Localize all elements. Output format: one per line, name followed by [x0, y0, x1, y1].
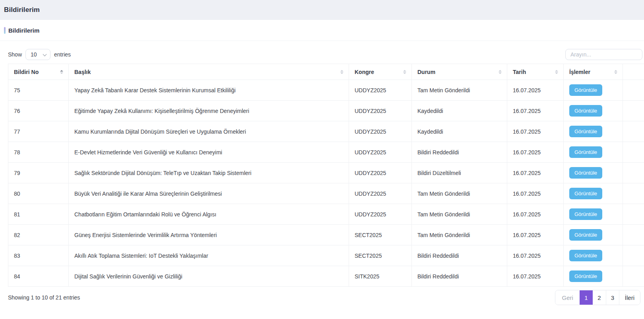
table-header-row: Bildiri No Başlık Kongre Durum Tarih: [8, 64, 644, 80]
table-row: 83 Akıllı Atık Toplama Sistemleri: IoT D…: [8, 245, 644, 266]
cell-tarih: 16.07.2025: [507, 225, 564, 245]
cell-bildiri-no: 77: [8, 121, 69, 142]
table-row: 78 E-Devlet Hizmetlerinde Veri Güvenliği…: [8, 142, 644, 163]
cell-spacer: [623, 245, 644, 266]
cell-islemler: Görüntüle: [564, 245, 623, 266]
cell-baslik: E-Devlet Hizmetlerinde Veri Güvenliği ve…: [69, 142, 349, 163]
cell-kongre: SITK2025: [349, 266, 412, 287]
cell-kongre: UDDYZ2025: [349, 163, 412, 183]
sort-icon: [403, 70, 406, 74]
card-header: Bildirilerim: [0, 20, 644, 41]
page-size-select[interactable]: 10: [25, 49, 50, 60]
cell-kongre: UDDYZ2025: [349, 142, 412, 163]
cell-kongre: UDDYZ2025: [349, 80, 412, 101]
show-label: Show: [8, 51, 22, 58]
cell-islemler: Görüntüle: [564, 225, 623, 245]
page-size-select-wrap: 10: [25, 49, 50, 60]
cell-kongre: SECT2025: [349, 225, 412, 245]
sort-icon: [555, 70, 558, 74]
cell-islemler: Görüntüle: [564, 183, 623, 204]
cell-durum: Kaydedildi: [412, 121, 507, 142]
cell-durum: Tam Metin Gönderildi: [412, 183, 507, 204]
cell-baslik: Kamu Kurumlarında Dijital Dönüşüm Süreçl…: [69, 121, 349, 142]
cell-tarih: 16.07.2025: [507, 245, 564, 266]
cell-durum: Bildiri Reddedildi: [412, 266, 507, 287]
cell-kongre: UDDYZ2025: [349, 121, 412, 142]
table-body: 75 Yapay Zekâ Tabanlı Karar Destek Siste…: [8, 80, 644, 287]
cell-bildiri-no: 80: [8, 183, 69, 204]
pagination-page-1[interactable]: 1: [580, 290, 593, 305]
card-title: Bildirilerim: [8, 27, 39, 34]
table-footer: Showing 1 to 10 of 21 entries Geri 1 2 3…: [0, 287, 644, 305]
table-row: 77 Kamu Kurumlarında Dijital Dönüşüm Sür…: [8, 121, 644, 142]
pagination: Geri 1 2 3 İleri: [555, 290, 640, 305]
column-header-baslik[interactable]: Başlık: [69, 64, 349, 80]
view-button[interactable]: Görüntüle: [569, 146, 602, 158]
cell-durum: Tam Metin Gönderildi: [412, 80, 507, 101]
cell-spacer: [623, 204, 644, 225]
accent-bar-icon: [4, 27, 6, 34]
table-row: 75 Yapay Zekâ Tabanlı Karar Destek Siste…: [8, 80, 644, 101]
table-row: 82 Güneş Enerjisi Sistemlerinde Verimlil…: [8, 225, 644, 245]
cell-spacer: [623, 225, 644, 245]
cell-tarih: 16.07.2025: [507, 101, 564, 121]
cell-bildiri-no: 83: [8, 245, 69, 266]
cell-durum: Bildiri Reddedildi: [412, 245, 507, 266]
table-row: 79 Sağlık Sektöründe Dijital Dönüşüm: Te…: [8, 163, 644, 183]
cell-tarih: 16.07.2025: [507, 80, 564, 101]
cell-baslik: Yapay Zekâ Tabanlı Karar Destek Sistemle…: [69, 80, 349, 101]
view-button[interactable]: Görüntüle: [569, 84, 602, 96]
cell-kongre: UDDYZ2025: [349, 204, 412, 225]
cell-islemler: Görüntüle: [564, 266, 623, 287]
cell-baslik: Güneş Enerjisi Sistemlerinde Verimlilik …: [69, 225, 349, 245]
cell-bildiri-no: 81: [8, 204, 69, 225]
cell-baslik: Chatbotların Eğitim Ortamlarındaki Rolü …: [69, 204, 349, 225]
entries-summary: Showing 1 to 10 of 21 entries: [8, 294, 80, 301]
view-button[interactable]: Görüntüle: [569, 208, 602, 220]
column-header-tarih[interactable]: Tarih: [507, 64, 564, 80]
pagination-prev-button[interactable]: Geri: [555, 290, 579, 305]
cell-baslik: Eğitimde Yapay Zekâ Kullanımı: Kişiselle…: [69, 101, 349, 121]
cell-spacer: [623, 183, 644, 204]
cell-baslik: Sağlık Sektöründe Dijital Dönüşüm: TeleT…: [69, 163, 349, 183]
cell-durum: Tam Metin Gönderildi: [412, 204, 507, 225]
cell-islemler: Görüntüle: [564, 101, 623, 121]
view-button[interactable]: Görüntüle: [569, 126, 602, 137]
view-button[interactable]: Görüntüle: [569, 188, 602, 199]
sort-icon: [340, 70, 343, 74]
pagination-page-2[interactable]: 2: [593, 290, 606, 305]
cell-bildiri-no: 79: [8, 163, 69, 183]
pagination-page-3[interactable]: 3: [606, 290, 619, 305]
column-header-durum[interactable]: Durum: [412, 64, 507, 80]
cell-tarih: 16.07.2025: [507, 121, 564, 142]
search-input[interactable]: [565, 49, 642, 60]
column-header-islemler[interactable]: İşlemler: [564, 64, 623, 80]
content-card: Bildirilerim Show 10 entries Bildiri No: [0, 20, 644, 305]
cell-baslik: Büyük Veri Analitiği ile Karar Alma Süre…: [69, 183, 349, 204]
cell-bildiri-no: 76: [8, 101, 69, 121]
table-row: 84 Dijital Sağlık Verilerinin Güvenliği …: [8, 266, 644, 287]
cell-kongre: UDDYZ2025: [349, 183, 412, 204]
table-row: 81 Chatbotların Eğitim Ortamlarındaki Ro…: [8, 204, 644, 225]
cell-bildiri-no: 78: [8, 142, 69, 163]
view-button[interactable]: Görüntüle: [569, 270, 602, 282]
cell-bildiri-no: 75: [8, 80, 69, 101]
cell-tarih: 16.07.2025: [507, 163, 564, 183]
view-button[interactable]: Görüntüle: [569, 167, 602, 179]
column-header-bildiri-no[interactable]: Bildiri No: [8, 64, 69, 80]
cell-durum: Tam Metin Gönderildi: [412, 225, 507, 245]
view-button[interactable]: Görüntüle: [569, 250, 602, 261]
papers-table: Bildiri No Başlık Kongre Durum Tarih: [8, 64, 644, 287]
cell-tarih: 16.07.2025: [507, 204, 564, 225]
cell-spacer: [623, 163, 644, 183]
cell-bildiri-no: 82: [8, 225, 69, 245]
entries-label: entries: [54, 51, 71, 58]
view-button[interactable]: Görüntüle: [569, 105, 602, 117]
cell-islemler: Görüntüle: [564, 163, 623, 183]
pagination-next-button[interactable]: İleri: [619, 290, 640, 305]
cell-spacer: [623, 142, 644, 163]
column-header-kongre[interactable]: Kongre: [349, 64, 412, 80]
view-button[interactable]: Görüntüle: [569, 229, 602, 241]
column-header-spacer: [623, 64, 644, 80]
cell-spacer: [623, 121, 644, 142]
